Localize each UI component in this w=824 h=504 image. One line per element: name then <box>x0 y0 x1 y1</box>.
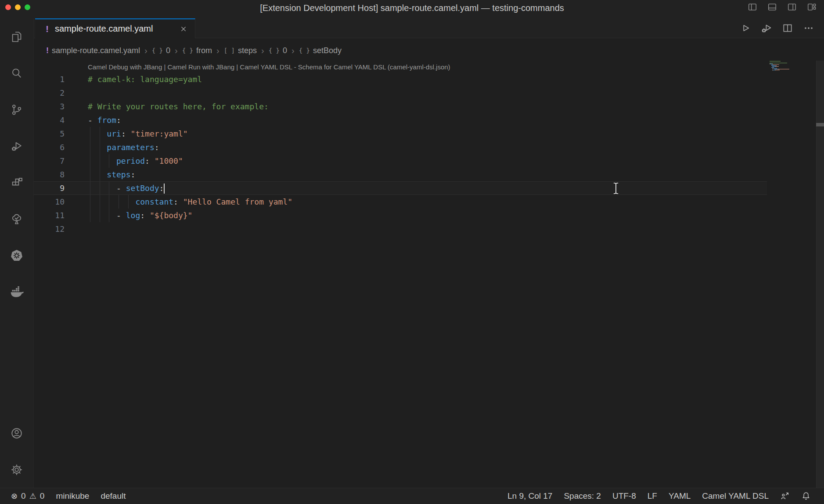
line-number[interactable]: 2 <box>34 86 65 100</box>
feedback-icon[interactable] <box>774 488 795 504</box>
encoding[interactable]: UTF-8 <box>607 488 642 504</box>
breadcrumb-item[interactable]: [ ]steps <box>224 46 257 55</box>
window-title: [Extension Development Host] sample-rout… <box>0 3 824 13</box>
code-line[interactable]: 6 parameters: <box>34 140 767 154</box>
code-line[interactable]: 12 <box>34 222 767 236</box>
breadcrumb-file[interactable]: ! sample-route.camel.yaml <box>46 46 140 55</box>
more-actions-icon[interactable] <box>802 22 815 34</box>
split-editor-icon[interactable] <box>781 22 794 34</box>
chevron-right-icon: › <box>144 46 148 56</box>
code-line[interactable]: 5 uri: "timer:yaml" <box>34 127 767 140</box>
camel-file-icon: ! <box>46 46 49 55</box>
codelens-link-run[interactable]: Camel Run with JBang <box>168 63 235 71</box>
layout-panel-icon[interactable] <box>767 2 777 12</box>
zoom-window-button[interactable] <box>25 4 30 10</box>
run-icon[interactable] <box>739 22 752 34</box>
line-number[interactable]: 6 <box>34 140 65 154</box>
line-number[interactable]: 11 <box>34 209 65 222</box>
close-window-button[interactable] <box>5 4 11 10</box>
editor-actions <box>739 22 815 34</box>
symbol-object-icon: { } <box>152 47 163 54</box>
layout-sidebar-left-icon[interactable] <box>748 2 757 12</box>
code-line[interactable]: 3 # Write your routes here, for example: <box>34 100 767 113</box>
line-number[interactable]: 10 <box>34 195 65 209</box>
layout-sidebar-right-icon[interactable] <box>787 2 797 12</box>
warning-icon: ⚠ <box>29 491 36 501</box>
settings-gear-icon[interactable] <box>0 451 33 488</box>
minimize-window-button[interactable] <box>15 4 21 10</box>
line-number[interactable]: 4 <box>34 113 65 127</box>
breadcrumb-item[interactable]: { }setBody <box>299 46 342 55</box>
code-line[interactable]: 8 steps: <box>34 168 767 181</box>
breadcrumb-item[interactable]: { }0 <box>269 46 287 55</box>
status-bar-right: Ln 9, Col 17 Spaces: 2 UTF-8 LF YAML Cam… <box>502 488 817 504</box>
code-line-current[interactable]: 9 - setBody: <box>34 181 767 195</box>
test-tree-icon[interactable] <box>0 201 33 237</box>
codelens-separator: | <box>234 63 240 71</box>
tab-sample-route[interactable]: ! sample-route.camel.yaml <box>35 18 195 38</box>
breadcrumb-item[interactable]: { }0 <box>152 46 170 55</box>
line-number[interactable]: 12 <box>34 222 65 236</box>
codelens-link-debug[interactable]: Camel Debug with JBang <box>88 63 162 71</box>
docker-icon[interactable] <box>0 274 33 310</box>
line-number[interactable]: 7 <box>34 154 65 168</box>
code-line[interactable]: 4 - from: <box>34 113 767 127</box>
symbol-array-icon: [ ] <box>224 47 235 54</box>
line-number[interactable]: 5 <box>34 127 65 140</box>
scrollbar-thumb[interactable] <box>816 123 824 126</box>
close-icon[interactable] <box>178 24 189 34</box>
chevron-right-icon: › <box>174 46 179 56</box>
problems-indicator[interactable]: ⊗ 0 ⚠ 0 <box>5 488 50 504</box>
activity-bar <box>0 18 34 488</box>
editor-region: ! sample-route.camel.yaml ! sample-route… <box>34 18 824 488</box>
code-area[interactable]: 1 # camel-k: language=yaml 2 3 # Write y… <box>34 72 767 236</box>
error-count: 0 <box>21 491 26 501</box>
source-control-icon[interactable] <box>0 91 33 128</box>
layout-customize-icon[interactable] <box>807 2 817 12</box>
text-cursor <box>164 184 165 194</box>
code-line[interactable]: 2 <box>34 86 767 100</box>
indentation[interactable]: Spaces: 2 <box>558 488 607 504</box>
code-line[interactable]: 1 # camel-k: language=yaml <box>34 72 767 86</box>
layout-controls <box>748 2 817 12</box>
warning-count: 0 <box>40 491 45 501</box>
kubernetes-icon[interactable] <box>0 237 33 274</box>
line-number[interactable]: 1 <box>34 72 65 86</box>
tab-label: sample-route.camel.yaml <box>55 24 153 34</box>
breadcrumb-file-label: sample-route.camel.yaml <box>52 46 140 55</box>
chevron-right-icon: › <box>291 46 295 56</box>
bell-icon[interactable] <box>795 488 817 504</box>
symbol-object-icon: { } <box>299 47 310 54</box>
line-number[interactable]: 9 <box>34 182 65 194</box>
minimap[interactable] <box>770 61 813 72</box>
language-mode[interactable]: YAML <box>663 488 696 504</box>
title-bar: [Extension Development Host] sample-rout… <box>0 0 824 18</box>
line-number[interactable]: 3 <box>34 100 65 113</box>
code-line[interactable]: 10 constant: "Hello Camel from yaml" <box>34 195 767 209</box>
kube-namespace[interactable]: default <box>95 488 131 504</box>
codelens: Camel Debug with JBang | Camel Run with … <box>88 61 450 72</box>
camel-file-icon: ! <box>46 24 49 34</box>
schema-indicator[interactable]: Camel YAML DSL <box>696 488 774 504</box>
account-icon[interactable] <box>0 415 33 451</box>
breadcrumb: ! sample-route.camel.yaml › { }0 › { }fr… <box>46 44 342 57</box>
breadcrumb-item[interactable]: { }from <box>182 46 212 55</box>
codelens-link-schema[interactable]: Camel YAML DSL - Schema for Camel YAML D… <box>240 63 450 71</box>
debug-run-icon[interactable] <box>760 22 773 34</box>
run-debug-icon[interactable] <box>0 128 33 164</box>
cursor-position[interactable]: Ln 9, Col 17 <box>502 488 558 504</box>
line-number[interactable]: 8 <box>34 168 65 181</box>
kube-context[interactable]: minikube <box>50 488 95 504</box>
explorer-icon[interactable] <box>0 18 33 55</box>
window-traffic-lights <box>5 2 30 10</box>
symbol-object-icon: { } <box>182 47 193 54</box>
code-line[interactable]: 7 period: "1000" <box>34 154 767 168</box>
tab-bar: ! sample-route.camel.yaml <box>34 18 824 38</box>
status-bar: ⊗ 0 ⚠ 0 minikube default Ln 9, Col 17 Sp… <box>0 488 824 504</box>
extensions-icon[interactable] <box>0 164 33 201</box>
search-icon[interactable] <box>0 55 33 91</box>
symbol-object-icon: { } <box>269 47 280 54</box>
chevron-right-icon: › <box>260 46 265 56</box>
code-line[interactable]: 11 - log: "${body}" <box>34 209 767 222</box>
eol-indicator[interactable]: LF <box>642 488 663 504</box>
